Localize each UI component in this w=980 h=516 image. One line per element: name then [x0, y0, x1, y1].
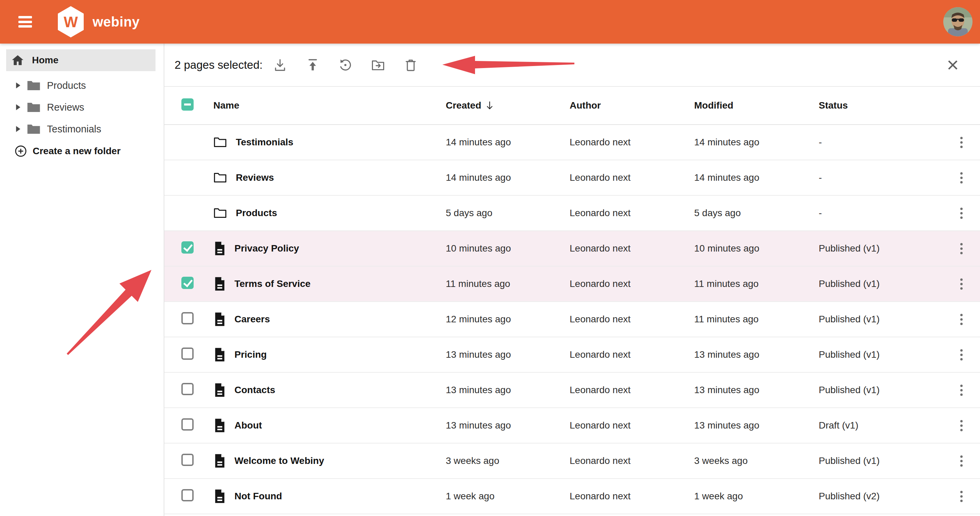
plus-circle-icon — [14, 145, 27, 158]
row-checkbox[interactable] — [181, 454, 194, 466]
row-author: Leonardo next — [570, 314, 694, 325]
column-header-created[interactable]: Created — [446, 100, 570, 111]
document-icon — [213, 347, 226, 362]
webiny-hexagon-icon: W — [56, 5, 86, 38]
move-to-folder-button[interactable] — [370, 57, 386, 73]
user-avatar[interactable] — [943, 7, 972, 37]
table-row[interactable]: Contacts 13 minutes ago Leonardo next 13… — [164, 373, 980, 408]
row-menu-button[interactable] — [956, 487, 967, 505]
table-row[interactable]: Pricing 13 minutes ago Leonardo next 13 … — [164, 337, 980, 373]
table-row[interactable]: Terms of Service 11 minutes ago Leonardo… — [164, 266, 980, 302]
row-menu-button[interactable] — [956, 417, 967, 435]
menu-button[interactable] — [18, 16, 32, 27]
row-modified: 13 minutes ago — [694, 349, 819, 360]
row-menu-button[interactable] — [956, 381, 967, 399]
row-status: Published (v1) — [819, 385, 943, 395]
create-folder-button[interactable]: Create a new folder — [0, 145, 121, 158]
row-created: 14 minutes ago — [446, 172, 570, 183]
selection-toolbar: 2 pages selected: — [164, 43, 980, 87]
column-header-modified[interactable]: Modified — [694, 100, 819, 111]
document-icon — [213, 382, 226, 398]
row-created: 5 days ago — [446, 208, 570, 218]
row-author: Leonardo next — [570, 349, 694, 360]
table-row[interactable]: Not Found 1 week ago Leonardo next 1 wee… — [164, 479, 980, 514]
table-row[interactable]: Testimonials 14 minutes ago Leonardo nex… — [164, 125, 980, 160]
row-status: Published (v1) — [819, 349, 943, 360]
table-row[interactable]: Careers 12 minutes ago Leonardo next 11 … — [164, 302, 980, 337]
table-row[interactable]: About 13 minutes ago Leonardo next 13 mi… — [164, 408, 980, 443]
close-icon — [946, 58, 960, 72]
row-name: Contacts — [234, 385, 275, 395]
document-icon — [213, 276, 226, 291]
row-status: - — [819, 172, 943, 183]
table-row[interactable]: Products 5 days ago Leonardo next 5 days… — [164, 196, 980, 231]
publish-button[interactable] — [305, 57, 321, 73]
close-selection-button[interactable] — [945, 57, 960, 73]
row-menu-button[interactable] — [956, 240, 967, 258]
document-icon — [213, 241, 226, 256]
row-menu-button[interactable] — [956, 169, 967, 187]
row-modified: 14 minutes ago — [694, 172, 819, 183]
column-header-author[interactable]: Author — [570, 100, 694, 111]
folder-icon — [27, 79, 41, 92]
row-checkbox[interactable] — [181, 489, 194, 502]
row-author: Leonardo next — [570, 279, 694, 289]
move-to-folder-icon — [371, 57, 385, 73]
document-icon — [213, 489, 226, 504]
row-status: - — [819, 137, 943, 148]
row-checkbox[interactable] — [181, 277, 194, 289]
trash-icon — [403, 57, 418, 73]
row-created: 13 minutes ago — [446, 349, 570, 360]
sidebar-item-products[interactable]: Products — [0, 75, 164, 96]
row-menu-button[interactable] — [956, 311, 967, 328]
app-bar: W webiny — [0, 0, 980, 43]
folder-icon — [27, 101, 41, 113]
column-header-status[interactable]: Status — [819, 100, 943, 111]
row-menu-button[interactable] — [956, 275, 967, 293]
row-author: Leonardo next — [570, 208, 694, 218]
row-name: Pricing — [234, 349, 267, 360]
column-header-name[interactable]: Name — [213, 100, 446, 111]
row-author: Leonardo next — [570, 385, 694, 395]
row-created: 10 minutes ago — [446, 243, 570, 254]
document-icon — [213, 453, 226, 468]
row-modified: 13 minutes ago — [694, 420, 819, 431]
row-author: Leonardo next — [570, 243, 694, 254]
document-icon — [213, 312, 226, 327]
row-status: Published (v1) — [819, 279, 943, 289]
row-status: Published (v1) — [819, 243, 943, 254]
sidebar-item-testimonials[interactable]: Testimonials — [0, 118, 164, 140]
row-checkbox[interactable] — [181, 347, 194, 360]
row-created: 11 minutes ago — [446, 279, 570, 289]
table-row[interactable]: Welcome to Webiny 3 weeks ago Leonardo n… — [164, 443, 980, 479]
row-created: 3 weeks ago — [446, 455, 570, 466]
row-author: Leonardo next — [570, 420, 694, 431]
folder-icon — [27, 123, 41, 135]
sidebar-item-reviews[interactable]: Reviews — [0, 96, 164, 118]
folder-icon — [213, 207, 227, 219]
select-all-checkbox[interactable] — [181, 98, 194, 111]
row-menu-button[interactable] — [956, 134, 967, 151]
row-checkbox[interactable] — [181, 312, 194, 324]
table-body: Testimonials 14 minutes ago Leonardo nex… — [164, 125, 980, 514]
row-modified: 3 weeks ago — [694, 455, 819, 466]
row-checkbox[interactable] — [181, 418, 194, 430]
row-name: Terms of Service — [234, 279, 311, 289]
sidebar-item-home[interactable]: Home — [6, 49, 156, 71]
download-icon — [272, 57, 288, 73]
row-modified: 11 minutes ago — [694, 314, 819, 325]
row-created: 14 minutes ago — [446, 137, 570, 148]
table-row[interactable]: Privacy Policy 10 minutes ago Leonardo n… — [164, 231, 980, 266]
row-created: 13 minutes ago — [446, 420, 570, 431]
row-checkbox[interactable] — [181, 241, 194, 253]
row-checkbox[interactable] — [181, 383, 194, 395]
chevron-right-icon — [16, 126, 21, 132]
restore-button[interactable] — [337, 57, 353, 73]
row-menu-button[interactable] — [956, 204, 967, 222]
download-button[interactable] — [272, 57, 288, 73]
table-row[interactable]: Reviews 14 minutes ago Leonardo next 14 … — [164, 160, 980, 196]
row-menu-button[interactable] — [956, 452, 967, 470]
logo-letter: W — [64, 14, 78, 30]
delete-button[interactable] — [403, 57, 418, 73]
row-menu-button[interactable] — [956, 346, 967, 364]
